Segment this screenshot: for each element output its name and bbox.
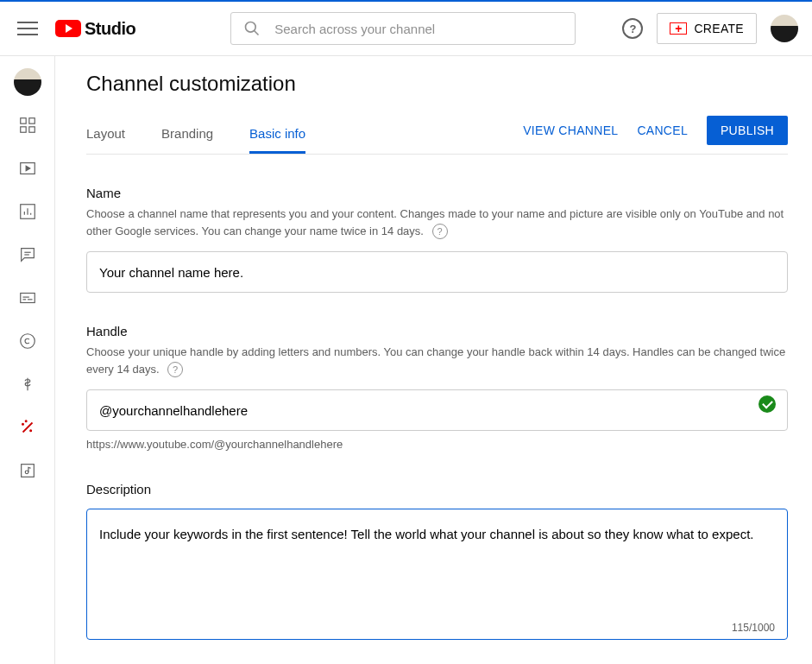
svg-rect-4 (20, 127, 25, 132)
help-icon[interactable]: ? (432, 224, 448, 239)
svg-point-21 (29, 430, 31, 432)
svg-rect-5 (28, 127, 34, 132)
studio-logo[interactable]: Studio (55, 19, 135, 39)
svg-rect-3 (28, 118, 34, 123)
page-title: Channel customization (86, 72, 788, 96)
sidebar-analytics[interactable] (0, 191, 55, 232)
subtitles-icon (18, 288, 37, 307)
description-label: Description (86, 482, 788, 496)
tab-row: Layout Branding Basic info VIEW CHANNEL … (86, 113, 788, 155)
name-label: Name (86, 186, 788, 200)
search-icon (243, 20, 261, 37)
sidebar-audio[interactable] (0, 450, 55, 491)
search-input[interactable] (274, 22, 563, 36)
content-icon (18, 159, 37, 178)
tab-basic-info[interactable]: Basic info (249, 114, 305, 153)
sidebar-subtitles[interactable] (0, 277, 55, 319)
help-icon[interactable]: ? (167, 362, 183, 377)
handle-input[interactable] (86, 389, 788, 431)
handle-help-text: Choose your unique handle by adding lett… (86, 344, 788, 377)
audio-library-icon (18, 461, 37, 480)
youtube-play-icon (55, 20, 81, 37)
create-button[interactable]: + CREATE (657, 13, 757, 44)
svg-line-1 (255, 31, 259, 35)
description-textarea[interactable] (99, 525, 775, 622)
handle-label: Handle (86, 324, 788, 338)
svg-rect-2 (20, 118, 25, 123)
svg-marker-7 (26, 166, 30, 171)
tab-layout[interactable]: Layout (86, 114, 125, 153)
help-icon[interactable]: ? (622, 18, 643, 39)
view-channel-button[interactable]: VIEW CHANNEL (523, 123, 618, 137)
svg-point-22 (25, 421, 27, 422)
analytics-icon (18, 202, 37, 221)
main-content: Channel customization Layout Branding Ba… (55, 56, 812, 664)
sidebar-customization[interactable] (0, 407, 55, 448)
name-help-text: Choose a channel name that represents yo… (86, 206, 788, 239)
create-button-label: CREATE (694, 22, 744, 35)
description-section: Description 115/1000 (86, 482, 788, 640)
comments-icon (18, 245, 37, 264)
search-container[interactable] (230, 12, 576, 45)
header-bar: Studio ? + CREATE (0, 2, 812, 55)
svg-rect-14 (20, 294, 35, 303)
cancel-button[interactable]: CANCEL (637, 123, 688, 137)
channel-name-input[interactable] (86, 251, 788, 293)
handle-url-text: https://www.youtube.com/@yourchannelhand… (86, 438, 788, 451)
sidebar-copyright[interactable] (0, 320, 55, 362)
sidebar (0, 56, 55, 664)
user-avatar[interactable] (771, 15, 798, 42)
character-count: 115/1000 (99, 622, 775, 634)
studio-wordmark: Studio (85, 19, 135, 39)
dollar-icon (18, 375, 37, 394)
sidebar-earn[interactable] (0, 364, 55, 405)
create-plus-icon: + (670, 22, 687, 35)
checkmark-icon (758, 395, 776, 413)
svg-point-0 (246, 22, 256, 33)
svg-point-20 (22, 423, 23, 425)
svg-point-18 (20, 334, 35, 349)
dashboard-icon (18, 116, 37, 135)
publish-button[interactable]: PUBLISH (707, 116, 788, 145)
copyright-icon (18, 332, 37, 351)
handle-section: Handle Choose your unique handle by addi… (86, 324, 788, 451)
hamburger-menu-icon[interactable] (17, 18, 38, 39)
name-section: Name Choose a channel name that represen… (86, 186, 788, 293)
sidebar-comments[interactable] (0, 234, 55, 275)
magic-wand-icon (18, 418, 37, 437)
channel-avatar[interactable] (14, 68, 41, 96)
tab-branding[interactable]: Branding (161, 114, 213, 153)
description-box[interactable]: 115/1000 (86, 509, 788, 640)
sidebar-dashboard[interactable] (0, 104, 55, 146)
sidebar-content[interactable] (0, 148, 55, 189)
